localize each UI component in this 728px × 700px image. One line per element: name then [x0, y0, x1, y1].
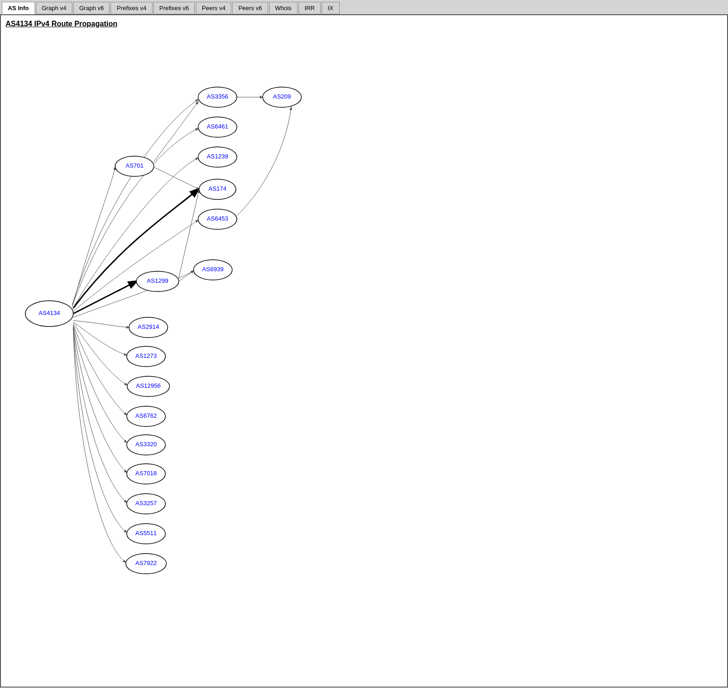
tab-prefixes-v4[interactable]: Prefixes v4 — [111, 2, 152, 14]
node-label-AS174: AS174 — [208, 185, 226, 192]
tab-graph-v4[interactable]: Graph v4 — [36, 2, 72, 14]
tab-graph-v6[interactable]: Graph v6 — [73, 2, 110, 14]
graph-area: AS4134 AS701 AS1299 AS3356 AS6461 AS1239… — [6, 37, 722, 673]
tab-whois[interactable]: Whois — [269, 2, 298, 14]
tab-bar: AS InfoGraph v4Graph v6Prefixes v4Prefix… — [0, 0, 728, 15]
tab-ix[interactable]: IX — [322, 2, 339, 14]
node-label-AS6762: AS6762 — [135, 412, 157, 419]
tab-irr[interactable]: IRR — [299, 2, 321, 14]
page-title: AS4134 IPv4 Route Propagation — [6, 20, 722, 28]
node-label-AS1273: AS1273 — [135, 352, 157, 359]
node-label-AS209: AS209 — [273, 93, 291, 100]
node-label-AS1239: AS1239 — [207, 153, 228, 160]
main-content: AS4134 IPv4 Route Propagation — [0, 15, 728, 688]
node-label-AS6461: AS6461 — [207, 123, 228, 130]
node-label-AS3356: AS3356 — [207, 93, 228, 100]
node-label-AS7018: AS7018 — [135, 470, 157, 477]
tab-peers-v6[interactable]: Peers v6 — [232, 2, 268, 14]
node-label-AS6939: AS6939 — [202, 266, 223, 273]
graph-svg: AS4134 AS701 AS1299 AS3356 AS6461 AS1239… — [6, 37, 722, 673]
node-label-AS3257: AS3257 — [135, 500, 157, 507]
node-label-AS5511: AS5511 — [135, 530, 157, 537]
node-label-AS3320: AS3320 — [135, 441, 157, 448]
tab-peers-v4[interactable]: Peers v4 — [196, 2, 231, 14]
tab-as-info[interactable]: AS Info — [2, 2, 35, 14]
node-label-AS12956: AS12956 — [136, 382, 161, 389]
node-label-AS1299: AS1299 — [147, 277, 168, 284]
node-label-AS2914: AS2914 — [138, 323, 159, 330]
tab-prefixes-v6[interactable]: Prefixes v6 — [153, 2, 195, 14]
node-label-AS701: AS701 — [125, 162, 143, 169]
node-label-AS6453: AS6453 — [207, 215, 228, 222]
node-label-AS7922: AS7922 — [135, 560, 157, 566]
node-label-AS4134: AS4134 — [39, 309, 60, 316]
